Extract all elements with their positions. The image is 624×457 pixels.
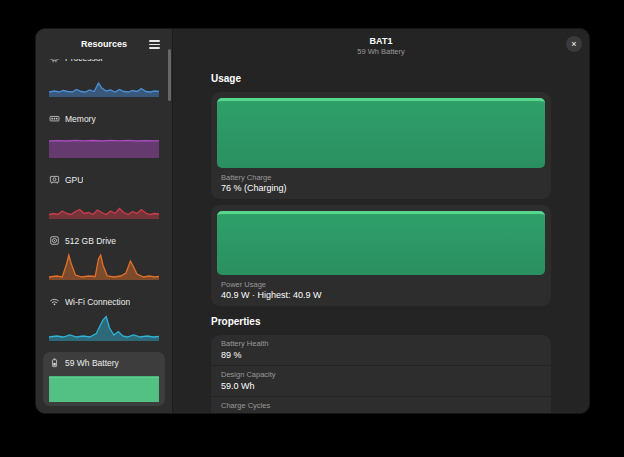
sidebar-scrollbar[interactable] (168, 49, 171, 101)
wifi-icon (49, 296, 60, 307)
gpu-mini-chart (49, 189, 159, 219)
properties-list: Battery Health 89 % Design Capacity 59.0… (211, 335, 551, 413)
battery-charge-card: Battery Charge 76 % (Charging) (211, 92, 551, 199)
power-usage-chart (217, 211, 545, 275)
menu-icon[interactable] (149, 38, 163, 51)
main-panel: BAT1 59 Wh Battery × Usage Battery Charg… (173, 29, 589, 413)
usage-section-title: Usage (211, 73, 551, 84)
drive-mini-chart (49, 250, 159, 280)
memory-mini-chart (49, 128, 159, 158)
memory-icon (49, 113, 60, 124)
drive-icon (49, 235, 60, 246)
resources-window: Resources Processor (35, 28, 590, 414)
sidebar-item-label: Memory (65, 114, 96, 124)
sidebar-item-label: Processor (65, 59, 103, 63)
power-usage-label: Power Usage (217, 280, 545, 289)
sidebar-item-label: 59 Wh Battery (65, 358, 119, 368)
sidebar-item-memory[interactable]: Memory (43, 108, 165, 162)
gpu-icon (49, 174, 60, 185)
wifi-mini-chart (49, 311, 159, 341)
property-row-battery-health: Battery Health 89 % (211, 335, 551, 366)
close-icon[interactable]: × (566, 36, 582, 52)
sidebar-header: Resources (36, 29, 172, 59)
page-title: BAT1 (370, 36, 393, 46)
battery-charge-value: 76 % (Charging) (217, 183, 545, 193)
sidebar: Resources Processor (36, 29, 173, 413)
sidebar-title: Resources (81, 39, 127, 49)
sidebar-item-processor[interactable]: Processor (43, 59, 165, 101)
content-area: Usage Battery Charge 76 % (Charging) Pow… (173, 63, 589, 413)
sidebar-item-gpu[interactable]: GPU (43, 169, 165, 223)
battery-charge-label: Battery Charge (217, 173, 545, 182)
sidebar-item-drive[interactable]: 512 GB Drive (43, 230, 165, 284)
sidebar-item-label: 512 GB Drive (65, 236, 116, 246)
sidebar-list: Processor (36, 59, 172, 413)
property-row-charge-cycles: Charge Cycles 270 (211, 397, 551, 413)
header-bar: BAT1 59 Wh Battery × (173, 29, 589, 63)
battery-icon (49, 357, 60, 368)
sidebar-item-wifi[interactable]: Wi-Fi Connection (43, 291, 165, 345)
power-usage-value: 40.9 W · Highest: 40.9 W (217, 290, 545, 300)
battery-charge-chart (217, 98, 545, 168)
property-row-design-capacity: Design Capacity 59.0 Wh (211, 366, 551, 397)
power-usage-card: Power Usage 40.9 W · Highest: 40.9 W (211, 205, 551, 306)
properties-section-title: Properties (211, 316, 551, 327)
sidebar-item-label: Wi-Fi Connection (65, 297, 130, 307)
sidebar-item-label: GPU (65, 175, 83, 185)
processor-icon (49, 59, 60, 63)
page-subtitle: 59 Wh Battery (357, 47, 405, 56)
sidebar-item-battery[interactable]: 59 Wh Battery (43, 352, 165, 406)
battery-mini-chart (49, 372, 159, 402)
processor-mini-chart (49, 67, 159, 97)
